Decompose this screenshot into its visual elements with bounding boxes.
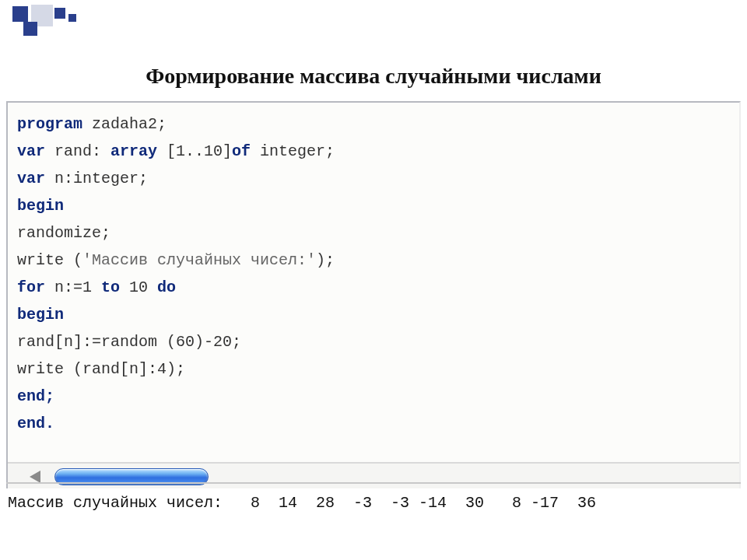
divider [6,482,741,484]
scroll-left-arrow-icon[interactable] [30,471,40,483]
program-output: Массив случайных чисел: 8 14 28 -3 -3 -1… [8,494,596,512]
header-accent [0,0,747,37]
code-content: program zadaha2; var rand: array [1..10]… [8,103,739,462]
slide-title: Формирование массива случайными числами [0,64,747,89]
code-editor-pane: program zadaha2; var rand: array [1..10]… [6,101,741,488]
horizontal-scrollbar[interactable] [8,462,739,488]
